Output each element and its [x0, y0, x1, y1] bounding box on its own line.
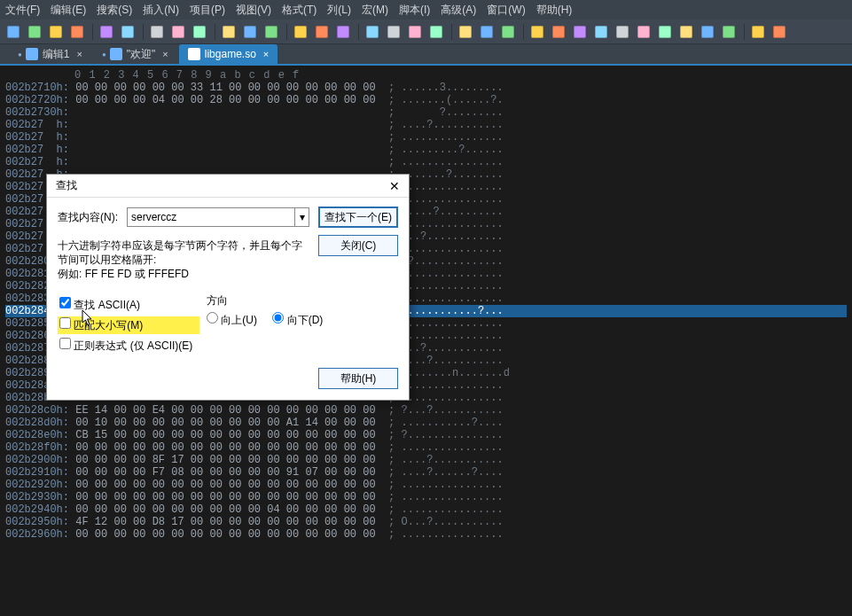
- v9-icon[interactable]: [698, 22, 717, 42]
- tab-label: libgame.so: [205, 48, 256, 60]
- hex-row[interactable]: 002b27 h: ; .........?......: [5, 144, 847, 156]
- toolbar-separator: [92, 24, 93, 40]
- v10-icon[interactable]: [719, 22, 739, 42]
- menu-item[interactable]: 视图(V): [236, 3, 271, 18]
- hex-row[interactable]: 002b28f0h: 00 00 00 00 00 00 00 00 00 00…: [5, 441, 847, 454]
- menu-item[interactable]: 文件(F): [5, 3, 40, 18]
- find-icon[interactable]: [219, 22, 238, 42]
- hex-row[interactable]: 002b2910h: 00 00 00 00 F7 08 00 00 00 00…: [5, 466, 847, 479]
- v8-icon[interactable]: [676, 22, 696, 42]
- v2-icon[interactable]: [549, 22, 568, 42]
- undo-icon[interactable]: [97, 22, 116, 42]
- close-icon[interactable]: ×: [162, 49, 168, 59]
- hex-editor[interactable]: 0 1 2 3 4 5 6 7 8 9 a b c d e f 002b2710…: [0, 66, 852, 616]
- menu-item[interactable]: 窗口(W): [487, 3, 525, 18]
- menu-item[interactable]: 编辑(E): [51, 3, 86, 18]
- tab[interactable]: 编辑1×: [9, 44, 91, 64]
- he-a-icon[interactable]: [363, 22, 382, 42]
- hex-row[interactable]: 002b27 h: ; ................: [5, 156, 847, 168]
- hex-row[interactable]: 002b28c0h: EE 14 00 00 E4 00 00 00 00 00…: [5, 404, 847, 417]
- hex-row[interactable]: 002b2940h: 00 00 00 00 00 00 00 00 00 00…: [5, 503, 847, 516]
- hex-row[interactable]: 002b2720h: 00 00 00 00 04 00 00 28 00 00…: [5, 94, 847, 106]
- dir-down[interactable]: 向下(D): [272, 314, 323, 326]
- new-icon[interactable]: [4, 22, 23, 42]
- close-icon[interactable]: ✕: [386, 177, 403, 195]
- hex-column-header: 0 1 2 3 4 5 6 7 8 9 a b c d e f: [5, 69, 847, 82]
- hex-row[interactable]: 002b28d0h: 00 10 00 00 00 00 00 00 00 00…: [5, 417, 847, 429]
- hex-row[interactable]: 002b2930h: 00 00 00 00 00 00 00 00 00 00…: [5, 491, 847, 503]
- mark1-icon[interactable]: [291, 22, 310, 42]
- file-icon: [188, 48, 200, 60]
- cut-icon[interactable]: [147, 22, 167, 42]
- opt-regex[interactable]: 正则表达式 (仅 ASCII)(E): [58, 337, 199, 355]
- close-icon[interactable]: ×: [77, 49, 82, 59]
- dialog-hint: 十六进制字符串应该是每字节两个字符，并且每个字节间可以用空格隔开: 例如: FF…: [58, 238, 309, 281]
- tab[interactable]: libgame.so×: [179, 44, 277, 64]
- hex-row[interactable]: 002b2710h: 00 00 00 00 00 00 33 11 00 00…: [5, 82, 847, 94]
- close-button[interactable]: 关闭(C): [318, 235, 398, 256]
- menu-item[interactable]: 宏(M): [362, 3, 388, 18]
- tab-label: "欢迎": [127, 47, 156, 62]
- hex-row[interactable]: 002b27 h: ; ................: [5, 131, 847, 144]
- menu-item[interactable]: 帮助(H): [536, 3, 573, 18]
- dialog-title: 查找: [56, 178, 77, 193]
- goto-icon[interactable]: [262, 22, 281, 42]
- menu-item[interactable]: 高级(A): [441, 3, 476, 18]
- uc2-icon[interactable]: [477, 22, 496, 42]
- about-icon[interactable]: [770, 22, 789, 42]
- open-icon[interactable]: [25, 22, 44, 42]
- redo-icon[interactable]: [118, 22, 137, 42]
- hex-row[interactable]: 002b2730h: ; ?.........: [5, 106, 847, 119]
- toolbar: [0, 19, 852, 44]
- mark2-icon[interactable]: [312, 22, 332, 42]
- v3-icon[interactable]: [570, 22, 590, 42]
- find-next-button[interactable]: 查找下一个(E): [318, 207, 398, 228]
- chevron-down-icon[interactable]: ▾: [295, 207, 309, 227]
- uc1-icon[interactable]: [456, 22, 475, 42]
- save-icon[interactable]: [46, 22, 66, 42]
- close-icon[interactable]: ×: [263, 49, 269, 59]
- opt-ascii[interactable]: 查找 ASCII(A): [58, 296, 199, 314]
- toolbar-separator: [286, 24, 287, 40]
- menu-item[interactable]: 搜索(S): [97, 3, 132, 18]
- saveall-icon[interactable]: [67, 22, 87, 42]
- toolbar-separator: [523, 24, 524, 40]
- search-input[interactable]: [127, 207, 295, 227]
- help-icon[interactable]: [748, 22, 768, 42]
- help-button[interactable]: 帮助(H): [318, 368, 398, 389]
- mark3-icon[interactable]: [333, 22, 353, 42]
- toolbar-separator: [744, 24, 745, 40]
- toolbar-separator: [215, 24, 215, 40]
- dir-up[interactable]: 向上(U): [207, 314, 257, 326]
- he-b-icon[interactable]: [384, 22, 403, 42]
- tab[interactable]: "欢迎"×: [93, 44, 177, 64]
- menu-item[interactable]: 插入(N): [143, 3, 179, 18]
- hex-row[interactable]: 002b2950h: 4F 12 00 00 D8 17 00 00 00 00…: [5, 516, 847, 528]
- menu-item[interactable]: 项目(P): [190, 3, 225, 18]
- menu-item[interactable]: 格式(T): [282, 3, 317, 18]
- v7-icon[interactable]: [655, 22, 675, 42]
- replace-icon[interactable]: [240, 22, 260, 42]
- file-icon: [110, 48, 122, 60]
- he-d-icon[interactable]: [426, 22, 446, 42]
- hex-row[interactable]: 002b2920h: 00 00 00 00 00 00 00 00 00 00…: [5, 479, 847, 491]
- hex-row[interactable]: 002b2960h: 00 00 00 00 00 00 00 00 00 00…: [5, 528, 847, 541]
- v5-icon[interactable]: [613, 22, 632, 42]
- hex-row[interactable]: 002b28e0h: CB 15 00 00 00 00 00 00 00 00…: [5, 429, 847, 441]
- tab-label: 编辑1: [43, 47, 70, 62]
- menu-item[interactable]: 列(L): [327, 3, 351, 18]
- v4-icon[interactable]: [591, 22, 611, 42]
- copy-icon[interactable]: [168, 22, 188, 42]
- tab-strip: 编辑1×"欢迎"×libgame.so×: [0, 44, 852, 66]
- paste-icon[interactable]: [190, 22, 209, 42]
- hex-row[interactable]: 002b27 h: ; ....?...........: [5, 119, 847, 131]
- toolbar-separator: [143, 24, 144, 40]
- opt-match-case[interactable]: 匹配大小写(M): [58, 316, 199, 334]
- he-c-icon[interactable]: [405, 22, 425, 42]
- hex-row[interactable]: 002b2900h: 00 00 00 00 8F 17 00 00 00 00…: [5, 454, 847, 466]
- find-dialog: 查找 ✕ 查找内容(N): ▾ 查找下一个(E) 十六进制字符串应该是每字节两个…: [46, 174, 410, 401]
- v1-icon[interactable]: [528, 22, 547, 42]
- v6-icon[interactable]: [634, 22, 653, 42]
- menu-item[interactable]: 脚本(I): [399, 3, 430, 18]
- uc3-icon[interactable]: [498, 22, 518, 42]
